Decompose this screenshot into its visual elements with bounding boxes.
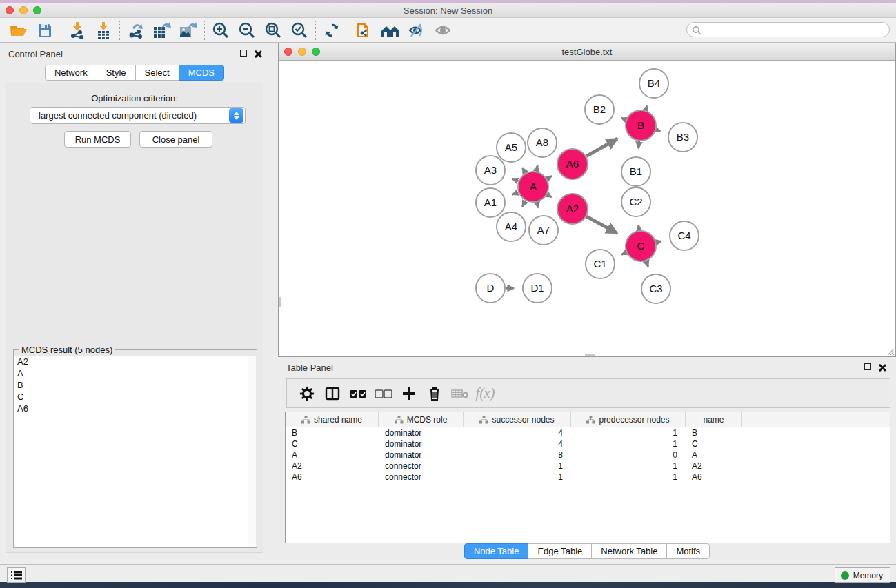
edge-A-A1[interactable] xyxy=(512,192,519,194)
refresh-icon[interactable] xyxy=(319,20,345,41)
mcds-result-list[interactable]: A2ABCA6 xyxy=(14,356,248,547)
tab-select[interactable]: Select xyxy=(135,65,179,81)
node-A1[interactable]: A1 xyxy=(476,188,505,217)
close-panel-icon[interactable] xyxy=(254,50,262,58)
close-panel-icon[interactable] xyxy=(878,363,886,372)
node-table[interactable]: shared nameMCDS rolesuccessor nodesprede… xyxy=(285,412,890,543)
save-session-icon[interactable] xyxy=(32,20,58,41)
edge-A-A2[interactable] xyxy=(547,194,552,197)
column-header-MCDS-role[interactable]: MCDS role xyxy=(379,412,464,427)
node-D[interactable]: D xyxy=(476,274,505,303)
show-columns-icon[interactable] xyxy=(319,383,345,405)
first-neighbors-icon[interactable] xyxy=(377,20,404,41)
node-A6[interactable]: A6 xyxy=(557,149,588,179)
node-B2[interactable]: B2 xyxy=(585,95,614,124)
result-item[interactable]: B xyxy=(14,379,248,391)
tab-edge-table[interactable]: Edge Table xyxy=(528,543,592,559)
edge-A-A6[interactable] xyxy=(547,176,552,179)
close-panel-button[interactable]: Close panel xyxy=(139,131,212,148)
hide-selected-icon[interactable] xyxy=(404,20,430,41)
result-item[interactable]: A6 xyxy=(14,403,248,414)
result-item[interactable]: A xyxy=(14,367,248,379)
node-C3[interactable]: C3 xyxy=(641,274,670,303)
node-C2[interactable]: C2 xyxy=(621,187,650,216)
table-row[interactable]: A2connector11A2 xyxy=(286,460,890,472)
table-row[interactable]: Adominator80A xyxy=(286,449,890,460)
export-image-icon[interactable] xyxy=(175,20,201,41)
tab-motifs[interactable]: Motifs xyxy=(666,543,710,559)
zoom-fit-icon[interactable] xyxy=(260,20,286,41)
export-network-icon[interactable] xyxy=(123,20,149,41)
result-item[interactable]: A2 xyxy=(14,356,248,367)
import-network-icon[interactable] xyxy=(64,20,90,41)
edge-C-C3[interactable] xyxy=(646,261,648,267)
vertical-scroll-stub[interactable] xyxy=(279,297,281,307)
node-C4[interactable]: C4 xyxy=(670,221,699,250)
zoom-in-icon[interactable] xyxy=(208,20,234,41)
edge-C-C4[interactable] xyxy=(656,241,661,243)
edge-B-B2[interactable] xyxy=(621,118,626,120)
table-row[interactable]: Bdominator41B xyxy=(286,427,890,438)
edge-A2-C[interactable] xyxy=(586,216,617,233)
edge-B-B1[interactable] xyxy=(639,141,639,148)
export-table-icon[interactable] xyxy=(149,20,175,41)
edge-A-A5[interactable] xyxy=(522,168,525,173)
zoom-selected-icon[interactable] xyxy=(286,20,312,41)
new-network-from-selection-icon[interactable] xyxy=(351,20,377,41)
horizontal-scroll-stub[interactable] xyxy=(585,354,595,356)
column-header-name[interactable]: name xyxy=(686,412,742,427)
edge-B-B4[interactable] xyxy=(646,105,647,110)
zoom-out-icon[interactable] xyxy=(234,20,260,41)
edge-C-C1[interactable] xyxy=(621,252,626,254)
node-B4[interactable]: B4 xyxy=(639,69,668,98)
node-A7[interactable]: A7 xyxy=(529,216,558,245)
float-panel-icon[interactable] xyxy=(240,50,247,57)
node-D1[interactable]: D1 xyxy=(523,274,552,303)
network-window-titlebar[interactable]: testGlobe.txt xyxy=(279,43,895,61)
column-header-predecessor-nodes[interactable]: predecessor nodes xyxy=(571,412,686,427)
node-B3[interactable]: B3 xyxy=(668,123,697,152)
resize-grip[interactable] xyxy=(886,347,895,356)
search-input[interactable] xyxy=(705,23,884,36)
node-B1[interactable]: B1 xyxy=(621,157,650,186)
tab-style[interactable]: Style xyxy=(97,65,136,81)
result-item[interactable]: C xyxy=(14,391,248,403)
task-history-button[interactable] xyxy=(7,567,26,583)
edge-A-A4[interactable] xyxy=(522,201,526,206)
column-header-successor-nodes[interactable]: successor nodes xyxy=(464,412,571,427)
node-A2[interactable]: A2 xyxy=(557,194,588,224)
edge-A-A8[interactable] xyxy=(537,165,538,172)
tab-network-table[interactable]: Network Table xyxy=(591,543,667,559)
deselect-all-icon[interactable] xyxy=(370,383,396,405)
network-graph[interactable]: B4B2BB3A5A8A6B1A3AA1A2C2A4A7C4CC1C3DD1 xyxy=(279,61,895,357)
node-A3[interactable]: A3 xyxy=(476,156,505,185)
tab-network[interactable]: Network xyxy=(45,65,97,81)
node-C[interactable]: C xyxy=(626,231,656,261)
edge-C-C2[interactable] xyxy=(639,225,639,230)
float-panel-icon[interactable] xyxy=(864,363,871,370)
search-box[interactable] xyxy=(686,22,890,37)
show-all-icon[interactable] xyxy=(430,20,456,41)
tab-mcds[interactable]: MCDS xyxy=(179,65,224,81)
node-A5[interactable]: A5 xyxy=(497,133,526,162)
open-file-icon[interactable] xyxy=(6,20,32,41)
result-scrollbar[interactable] xyxy=(248,356,256,547)
edge-A-A3[interactable] xyxy=(512,179,518,181)
add-column-icon[interactable] xyxy=(396,383,421,405)
node-A4[interactable]: A4 xyxy=(497,212,526,241)
network-canvas[interactable]: B4B2BB3A5A8A6B1A3AA1A2C2A4A7C4CC1C3DD1 xyxy=(279,61,895,356)
node-C1[interactable]: C1 xyxy=(586,250,615,278)
edge-A-A7[interactable] xyxy=(537,202,538,207)
table-row[interactable]: Cdominator41C xyxy=(286,438,890,449)
edge-B-B3[interactable] xyxy=(656,130,660,131)
criterion-dropdown[interactable]: largest connected component (directed) xyxy=(30,107,246,124)
tab-node-table[interactable]: Node Table xyxy=(464,543,529,559)
node-A8[interactable]: A8 xyxy=(528,128,557,157)
table-settings-icon[interactable] xyxy=(294,383,319,405)
import-table-icon[interactable] xyxy=(90,20,117,41)
table-row[interactable]: A6connector11A6 xyxy=(286,472,890,483)
node-A[interactable]: A xyxy=(518,172,548,202)
run-mcds-button[interactable]: Run MCDS xyxy=(64,131,131,148)
function-builder-icon[interactable]: f(x) xyxy=(476,385,495,401)
delete-column-icon[interactable] xyxy=(421,383,447,405)
